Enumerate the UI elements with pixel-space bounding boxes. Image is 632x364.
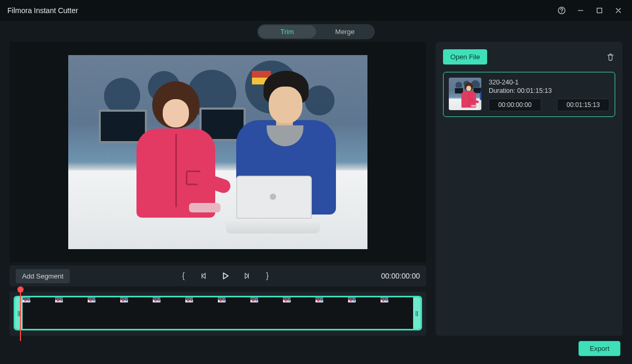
timeline-thumb[interactable] <box>283 297 315 329</box>
minimize-icon[interactable] <box>571 0 590 21</box>
close-icon[interactable] <box>609 0 628 21</box>
timeline-thumb[interactable] <box>381 297 413 329</box>
window-controls <box>552 0 628 21</box>
svg-point-1 <box>561 12 562 13</box>
timeline-thumb[interactable] <box>120 297 153 329</box>
svg-rect-5 <box>248 273 249 279</box>
next-frame-icon[interactable] <box>241 271 251 281</box>
timeline[interactable]: || <box>9 292 426 336</box>
timeline-thumb[interactable] <box>153 297 185 329</box>
clip-out-field[interactable] <box>557 99 609 111</box>
app-title: Filmora Instant Cutter <box>7 6 78 15</box>
timeline-thumb[interactable] <box>23 297 55 329</box>
timeline-thumb[interactable] <box>185 297 218 329</box>
maximize-icon[interactable] <box>590 0 609 21</box>
open-file-button[interactable]: Open File <box>443 49 487 65</box>
clip-card[interactable]: 320-240-1 Duration: 00:01:15:13 <box>443 72 615 117</box>
clip-duration: Duration: 00:01:15:13 <box>489 87 609 94</box>
help-icon[interactable] <box>552 0 571 21</box>
add-segment-button[interactable]: Add Segment <box>16 269 70 283</box>
timeline-thumb[interactable] <box>315 297 348 329</box>
timeline-thumb[interactable] <box>218 297 250 329</box>
trim-out-handle[interactable]: || <box>413 297 420 329</box>
set-in-icon[interactable]: { <box>178 271 188 281</box>
clip-in-field[interactable] <box>489 99 541 111</box>
set-out-icon[interactable]: } <box>262 271 272 281</box>
timeline-thumb[interactable] <box>250 297 283 329</box>
prev-frame-icon[interactable] <box>199 271 209 281</box>
tab-trim[interactable]: Trim <box>258 25 316 38</box>
svg-rect-3 <box>597 8 602 13</box>
playhead-timecode: 00:00:00:00 <box>381 272 420 280</box>
titlebar: Filmora Instant Cutter <box>0 0 632 21</box>
svg-rect-4 <box>202 273 202 279</box>
video-preview[interactable] <box>68 55 367 249</box>
play-icon[interactable] <box>220 271 230 281</box>
trim-in-handle[interactable]: || <box>15 297 23 329</box>
clip-panel: Open File 320-240-1 Duration: 00:01:15: <box>436 42 623 336</box>
svg-rect-2 <box>578 10 583 10</box>
clip-thumbnail <box>449 78 481 110</box>
playhead[interactable] <box>20 291 21 341</box>
preview-area <box>9 42 426 262</box>
trash-icon[interactable] <box>606 52 615 62</box>
tab-merge[interactable]: Merge <box>316 25 374 38</box>
timeline-thumb[interactable] <box>88 297 120 329</box>
mode-tabs: Trim Merge <box>0 21 632 42</box>
clip-name: 320-240-1 <box>489 79 609 86</box>
timeline-thumb[interactable] <box>348 297 381 329</box>
transport-bar: Add Segment { } 00:00:00:00 <box>9 265 426 286</box>
timeline-thumb[interactable] <box>55 297 88 329</box>
export-button[interactable]: Export <box>578 341 620 356</box>
footer: Export <box>0 336 632 361</box>
